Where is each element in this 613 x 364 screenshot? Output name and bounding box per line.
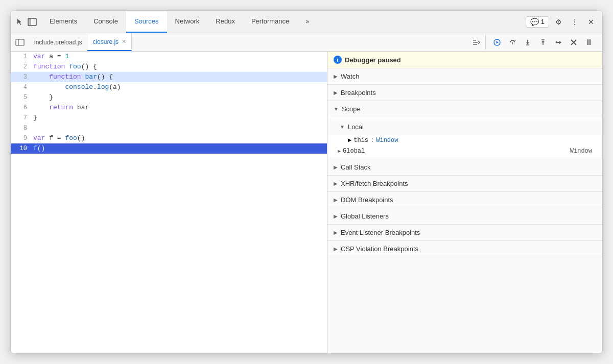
debugger-paused-banner: i Debugger paused (327, 52, 602, 68)
svg-rect-1 (28, 18, 31, 26)
drawer-icon[interactable] (27, 17, 37, 27)
file-tab-preload[interactable]: include.preload.js (29, 33, 87, 51)
main-content: 1 var a = 1 2 function foo() { 3 functio… (11, 52, 602, 353)
section-xhr-breakpoints: ▶ XHR/fetch Breakpoints (327, 176, 602, 192)
dom-chevron: ▶ (334, 197, 338, 203)
this-key: this (353, 137, 368, 144)
code-line-10: 10 f() (11, 143, 327, 154)
section-dom-header[interactable]: ▶ DOM Breakpoints (327, 192, 602, 208)
global-row: ▶ Global Window (327, 145, 602, 157)
svg-rect-6 (473, 42, 478, 43)
section-watch: ▶ Watch (327, 68, 602, 85)
event-listener-label: Event Listener Breakpoints (341, 229, 420, 236)
messages-badge[interactable]: 💬 1 (526, 16, 549, 28)
code-line-8: 8 (11, 123, 327, 133)
event-listener-chevron: ▶ (334, 230, 338, 235)
code-area[interactable]: 1 var a = 1 2 function foo() { 3 functio… (11, 52, 327, 353)
code-line-4: 4 console.log(a) (11, 82, 327, 92)
section-scope-header[interactable]: ▼ Scope (327, 101, 602, 117)
format-button[interactable] (469, 35, 483, 50)
watch-chevron: ▶ (334, 74, 338, 79)
file-tabs: include.preload.js closure.js ✕ (29, 33, 467, 51)
csp-label: CSP Violation Breakpoints (341, 245, 418, 253)
svg-rect-5 (473, 40, 476, 41)
code-line-9: 9 var f = foo() (11, 133, 327, 143)
global-label: Global (343, 148, 365, 155)
global-chevron: ▶ (338, 148, 341, 154)
step-out-button[interactable] (536, 35, 550, 50)
xhr-chevron: ▶ (334, 181, 338, 186)
section-csp-breakpoints: ▶ CSP Violation Breakpoints (327, 241, 602, 257)
section-event-listener-breakpoints: ▶ Event Listener Breakpoints (327, 225, 602, 241)
step-button[interactable] (551, 35, 565, 50)
cursor-icon[interactable] (15, 17, 25, 27)
debugger-paused-text: Debugger paused (345, 56, 401, 64)
close-devtools-button[interactable]: ✕ (584, 15, 598, 29)
sidebar-toggle[interactable] (13, 35, 27, 50)
section-csp-header[interactable]: ▶ CSP Violation Breakpoints (327, 241, 602, 257)
call-stack-label: Call Stack (341, 163, 371, 171)
tabs: Elements Console Sources Network Redux P… (41, 11, 526, 33)
section-global-listeners: ▶ Global Listeners (327, 208, 602, 225)
section-event-listener-header[interactable]: ▶ Event Listener Breakpoints (327, 225, 602, 240)
tab-bar-right: 💬 1 ⚙ ⋮ ✕ (526, 15, 598, 29)
info-icon: i (334, 56, 342, 64)
secondary-toolbar: include.preload.js closure.js ✕ (11, 33, 602, 52)
breakpoints-chevron: ▶ (334, 90, 338, 95)
deactivate-breakpoints-button[interactable] (567, 35, 581, 50)
section-xhr-header[interactable]: ▶ XHR/fetch Breakpoints (327, 176, 602, 191)
this-value: Window (376, 137, 398, 144)
right-panel: i Debugger paused ▶ Watch ▶ Breakpoints (327, 52, 602, 353)
section-scope: ▼ Scope ▼ Local ▶ this : Wind (327, 101, 602, 159)
pause-on-exceptions-button[interactable]: ⏸ (582, 35, 596, 50)
section-dom-breakpoints: ▶ DOM Breakpoints (327, 192, 602, 208)
dom-label: DOM Breakpoints (341, 196, 393, 204)
section-breakpoints: ▶ Breakpoints (327, 85, 602, 101)
svg-rect-7 (473, 44, 477, 45)
debugger-controls: ⏸ (485, 35, 600, 50)
section-call-stack: ▶ Call Stack (327, 159, 602, 176)
close-file-tab[interactable]: ✕ (122, 38, 126, 45)
resume-button[interactable] (490, 35, 504, 50)
tab-more[interactable]: » (297, 11, 317, 33)
step-into-button[interactable] (521, 35, 535, 50)
section-watch-header[interactable]: ▶ Watch (327, 68, 602, 84)
scope-label: Scope (342, 105, 361, 113)
code-line-2: 2 function foo() { (11, 62, 327, 72)
local-chevron: ▼ (340, 124, 345, 130)
this-chevron: ▶ (348, 136, 351, 144)
code-editor[interactable]: 1 var a = 1 2 function foo() { 3 functio… (11, 52, 327, 353)
global-listeners-chevron: ▶ (334, 213, 338, 219)
step-over-button[interactable] (505, 35, 520, 50)
section-call-stack-header[interactable]: ▶ Call Stack (327, 159, 602, 175)
local-label: Local (348, 123, 364, 131)
xhr-label: XHR/fetch Breakpoints (341, 180, 408, 187)
code-line-3: 3 function bar() { (11, 72, 327, 82)
watch-label: Watch (341, 72, 359, 80)
tab-bar-left (15, 17, 37, 27)
global-value: Window (570, 148, 596, 155)
code-line-6: 6 return bar (11, 103, 327, 113)
section-breakpoints-header[interactable]: ▶ Breakpoints (327, 85, 602, 101)
tab-redux[interactable]: Redux (207, 11, 243, 33)
csp-chevron: ▶ (334, 246, 338, 252)
section-global-listeners-header[interactable]: ▶ Global Listeners (327, 208, 602, 224)
tab-bar: Elements Console Sources Network Redux P… (11, 11, 602, 33)
tab-performance[interactable]: Performance (243, 11, 297, 33)
more-options-button[interactable]: ⋮ (568, 15, 582, 29)
tab-elements[interactable]: Elements (41, 11, 85, 33)
file-tab-closure[interactable]: closure.js ✕ (87, 33, 132, 51)
this-row: ▶ this : Window (327, 135, 602, 145)
settings-button[interactable]: ⚙ (551, 15, 565, 29)
devtools-window: Elements Console Sources Network Redux P… (10, 10, 603, 354)
tab-console[interactable]: Console (85, 11, 126, 33)
badge-count: 1 (541, 18, 545, 26)
tab-network[interactable]: Network (167, 11, 208, 33)
code-line-7: 7 } (11, 113, 327, 123)
svg-rect-3 (16, 39, 24, 45)
panel-sections: ▶ Watch ▶ Breakpoints ▼ Scope (327, 68, 602, 353)
tab-sources[interactable]: Sources (126, 11, 167, 33)
global-listeners-label: Global Listeners (341, 212, 389, 220)
call-stack-chevron: ▶ (334, 164, 338, 170)
local-header[interactable]: ▼ Local (327, 119, 602, 135)
